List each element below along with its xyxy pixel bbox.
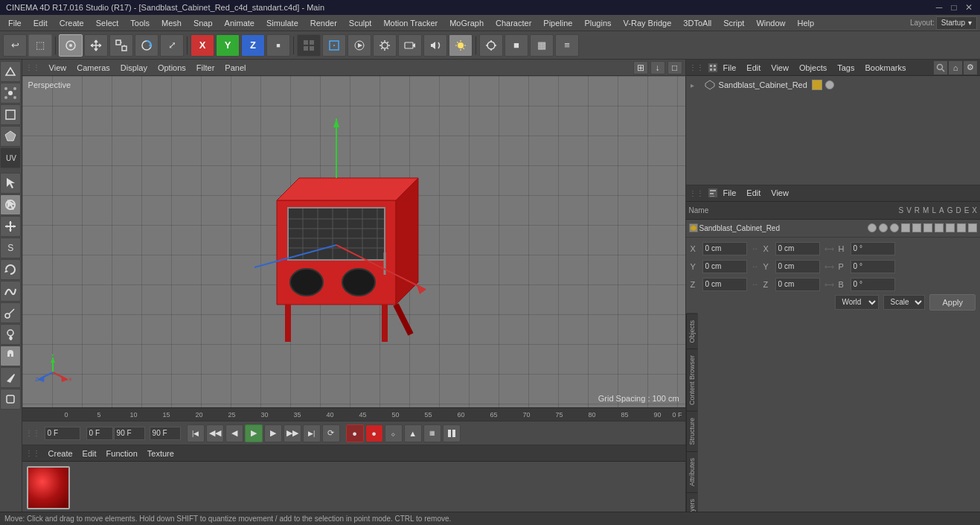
key-button[interactable]: ⬦: [385, 424, 403, 442]
object-mode-button[interactable]: [0, 61, 21, 82]
om-menu-tags[interactable]: Tags: [833, 62, 859, 74]
frame-start-input[interactable]: [86, 427, 113, 440]
timeline-settings-button[interactable]: ▦: [423, 424, 441, 442]
obj-icon-l[interactable]: [912, 223, 921, 232]
obj-icon-d[interactable]: [946, 223, 955, 232]
mat-menu-edit[interactable]: Edit: [78, 448, 101, 459]
paint-tool-button[interactable]: [0, 324, 21, 345]
render-settings-button[interactable]: [373, 34, 397, 57]
am-menu-view[interactable]: View: [766, 187, 793, 199]
coord-x-pos-input[interactable]: [702, 242, 747, 255]
menu-mograph[interactable]: MoGraph: [444, 17, 489, 29]
go-to-start-button[interactable]: |◀: [187, 424, 205, 442]
preview-range-input[interactable]: [150, 427, 181, 440]
snap-button[interactable]: [479, 34, 503, 57]
coord-z-pos-input[interactable]: [702, 278, 747, 291]
object-list-row[interactable]: Sandblast_Cabinet_Red: [686, 220, 980, 238]
apply-button[interactable]: Apply: [929, 294, 976, 311]
camera-button[interactable]: [398, 34, 422, 57]
live-select-button[interactable]: [0, 194, 21, 215]
viewport-mode-button[interactable]: [297, 34, 321, 57]
coord-p-input[interactable]: [851, 260, 895, 273]
coord-y-pos-input[interactable]: [702, 260, 747, 273]
frame-end-input[interactable]: [114, 427, 145, 440]
knife-tool-button[interactable]: [0, 367, 21, 388]
magnet-tool-button[interactable]: [0, 346, 21, 366]
menu-character[interactable]: Character: [490, 17, 537, 29]
maximize-button[interactable]: □: [949, 2, 959, 13]
obj-icon-g[interactable]: [935, 223, 944, 232]
go-to-end-button[interactable]: ▶|: [303, 424, 321, 442]
material-item-housing[interactable]: Housing: [27, 466, 70, 518]
menu-tools[interactable]: Tools: [125, 17, 155, 29]
obj-icon-m[interactable]: [901, 223, 910, 232]
object-snap-button[interactable]: ■: [505, 34, 528, 57]
am-menu-file[interactable]: File: [719, 187, 741, 199]
selection-filter-button[interactable]: ▦: [530, 34, 554, 57]
om-home-button[interactable]: ⌂: [949, 61, 962, 74]
coord-b-input[interactable]: [851, 278, 895, 291]
move-button[interactable]: [84, 34, 108, 57]
axis-z-button[interactable]: Z: [241, 34, 265, 57]
menu-motion-tracker[interactable]: Motion Tracker: [378, 17, 443, 29]
scale-button[interactable]: [109, 34, 133, 57]
am-menu-edit[interactable]: Edit: [742, 187, 765, 199]
om-menu-objects[interactable]: Objects: [795, 62, 831, 74]
close-button[interactable]: ✕: [964, 2, 974, 13]
obj-icon-e[interactable]: [957, 223, 966, 232]
auto-key-button[interactable]: ●: [365, 424, 383, 442]
om-menu-file[interactable]: File: [719, 62, 741, 74]
measure-tool-button[interactable]: [0, 302, 21, 323]
edge-mode-button[interactable]: [0, 104, 21, 125]
obj-icon-a[interactable]: [923, 223, 932, 232]
menu-file[interactable]: File: [3, 17, 27, 29]
select-tool-button[interactable]: [0, 173, 21, 194]
menu-create[interactable]: Create: [54, 17, 89, 29]
coord-h-input[interactable]: [851, 242, 895, 255]
menu-pipeline[interactable]: Pipeline: [538, 17, 577, 29]
tab-objects[interactable]: Objects: [687, 314, 697, 349]
menu-simulate[interactable]: Simulate: [261, 17, 304, 29]
menu-window[interactable]: Window: [751, 17, 790, 29]
tab-attributes[interactable]: Attributes: [687, 451, 697, 492]
axis-y-button[interactable]: Y: [216, 34, 240, 57]
move-tool-button[interactable]: [0, 216, 21, 237]
axis-x-button[interactable]: X: [190, 34, 214, 57]
menu-3dtoall[interactable]: 3DToAll: [678, 17, 717, 29]
sound-button[interactable]: [423, 34, 447, 57]
tab-structure[interactable]: Structure: [687, 411, 697, 451]
viewport-menu-cameras[interactable]: Cameras: [72, 62, 115, 74]
obj-icon-r[interactable]: [890, 223, 899, 232]
transform-button[interactable]: ⤢: [160, 34, 184, 57]
om-settings-button[interactable]: ⚙: [964, 61, 977, 74]
menu-sculpt[interactable]: Sculpt: [344, 17, 377, 29]
menu-vray[interactable]: V-Ray Bridge: [618, 17, 677, 29]
om-search-button[interactable]: [934, 61, 947, 74]
animation-button[interactable]: [443, 424, 461, 442]
scale-tool-button[interactable]: S: [0, 238, 21, 258]
rotate-tool-button[interactable]: [0, 259, 21, 280]
next-frame-button[interactable]: ▶: [264, 424, 282, 442]
rotate-button[interactable]: [135, 34, 158, 57]
mat-menu-function[interactable]: Function: [102, 448, 142, 459]
viewport-maximize[interactable]: □: [667, 61, 682, 74]
step-forward-button[interactable]: ▶▶: [284, 424, 301, 442]
undo-button[interactable]: ↩: [3, 34, 27, 57]
viewport-icon-1[interactable]: ⊞: [633, 61, 648, 74]
object-vis-s[interactable]: [825, 80, 834, 89]
menu-script[interactable]: Script: [718, 17, 749, 29]
menu-help[interactable]: Help: [792, 17, 820, 29]
coord-z-size-input[interactable]: [775, 278, 820, 291]
coord-x-size-input[interactable]: [775, 242, 820, 255]
layout-selector[interactable]: Startup ▾: [936, 16, 977, 30]
viewport-icon-2[interactable]: ↓: [650, 61, 665, 74]
mat-menu-texture[interactable]: Texture: [143, 448, 179, 459]
point-mode-button[interactable]: [0, 83, 21, 104]
material-thumb-housing[interactable]: [27, 466, 70, 509]
menu-render[interactable]: Render: [305, 17, 342, 29]
bevel-tool-button[interactable]: [0, 389, 21, 410]
record-button[interactable]: ●: [346, 424, 364, 442]
menu-animate[interactable]: Animate: [220, 17, 260, 29]
motion-button[interactable]: ▲: [404, 424, 422, 442]
om-menu-edit[interactable]: Edit: [742, 62, 765, 74]
